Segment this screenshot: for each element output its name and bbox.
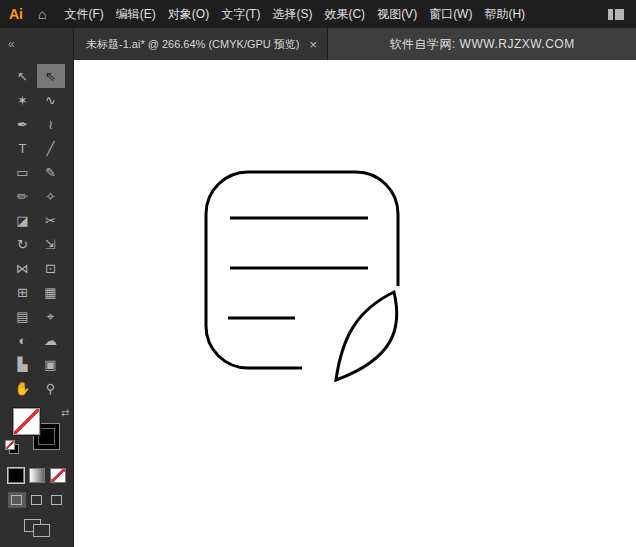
- color-button[interactable]: [8, 468, 24, 483]
- direct-selection-tool[interactable]: ⇖: [37, 64, 65, 88]
- column-graph-tool-icon: ▙: [18, 358, 28, 371]
- gradient-button[interactable]: [29, 468, 45, 483]
- menu-file[interactable]: 文件(F): [58, 6, 109, 23]
- free-transform-tool[interactable]: ⊡: [37, 256, 65, 280]
- hand-tool[interactable]: ✋: [9, 376, 37, 400]
- width-tool[interactable]: ⋈: [9, 256, 37, 280]
- shaper-tool[interactable]: ✧: [37, 184, 65, 208]
- screen-mode-button[interactable]: [24, 519, 50, 537]
- workspace-switcher-icon[interactable]: [608, 9, 624, 20]
- menubar-items: 文件(F)编辑(E)对象(O)文字(T)选择(S)效果(C)视图(V)窗口(W)…: [58, 6, 531, 23]
- mesh-tool-icon: ▦: [44, 286, 56, 299]
- toolbar-collapse-button[interactable]: «: [0, 28, 74, 60]
- canvas[interactable]: [74, 60, 636, 547]
- width-tool-icon: ⋈: [16, 262, 29, 275]
- eyedropper-tool-icon: ⌖: [47, 310, 54, 323]
- zoom-tool-icon: ⚲: [46, 382, 56, 395]
- draw-mode-buttons: [8, 492, 66, 508]
- pen-tool-icon: ✒: [17, 118, 28, 131]
- draw-inside-button[interactable]: [48, 492, 66, 508]
- document-tab[interactable]: 未标题-1.ai* @ 266.64% (CMYK/GPU 预览) ×: [74, 28, 328, 60]
- rectangle-tool-icon: ▭: [16, 166, 28, 179]
- eyedropper-tool[interactable]: ⌖: [37, 304, 65, 328]
- blend-tool-icon: ◐: [19, 334, 27, 347]
- magic-wand-tool[interactable]: ✶: [9, 88, 37, 112]
- draw-behind-button[interactable]: [28, 492, 46, 508]
- rotate-tool[interactable]: ↻: [9, 232, 37, 256]
- tab-close-icon[interactable]: ×: [310, 37, 318, 52]
- column-graph-tool[interactable]: ▙: [9, 352, 37, 376]
- page-curl-leaf[interactable]: [336, 292, 397, 380]
- scale-tool-icon: ⇲: [45, 238, 56, 251]
- curvature-tool-icon: ≀: [48, 118, 53, 131]
- hand-tool-icon: ✋: [14, 382, 30, 395]
- menu-effect[interactable]: 效果(C): [318, 6, 371, 23]
- paintbrush-tool[interactable]: ✎: [37, 160, 65, 184]
- none-button[interactable]: [50, 468, 66, 483]
- artboard-tool[interactable]: ▣: [37, 352, 65, 376]
- zoom-tool[interactable]: ⚲: [37, 376, 65, 400]
- tool-grid: ↖⇖✶∿✒≀T╱▭✎✏✧◪✂↻⇲⋈⊡⊞▦▤⌖◐☁▙▣✋⚲: [9, 64, 65, 400]
- draw-normal-button[interactable]: [8, 492, 26, 508]
- tools-panel: ↖⇖✶∿✒≀T╱▭✎✏✧◪✂↻⇲⋈⊡⊞▦▤⌖◐☁▙▣✋⚲ ⇄: [0, 60, 74, 547]
- rotate-tool-icon: ↻: [17, 238, 28, 251]
- app-logo: Ai: [0, 6, 32, 22]
- magic-wand-tool-icon: ✶: [17, 94, 28, 107]
- eraser-tool-icon: ◪: [16, 214, 28, 227]
- fill-swatch-none[interactable]: [13, 408, 40, 435]
- illustrator-window: Ai ⌂ 文件(F)编辑(E)对象(O)文字(T)选择(S)效果(C)视图(V)…: [0, 0, 636, 547]
- draw-inside-icon: [51, 495, 62, 505]
- curvature-tool[interactable]: ≀: [37, 112, 65, 136]
- pencil-tool-icon: ✏: [17, 190, 28, 203]
- type-tool[interactable]: T: [9, 136, 37, 160]
- menu-window[interactable]: 窗口(W): [423, 6, 478, 23]
- menu-object[interactable]: 对象(O): [162, 6, 215, 23]
- main-area: ↖⇖✶∿✒≀T╱▭✎✏✧◪✂↻⇲⋈⊡⊞▦▤⌖◐☁▙▣✋⚲ ⇄: [0, 60, 636, 547]
- default-fill-swatch: [5, 440, 15, 450]
- menu-select[interactable]: 选择(S): [266, 6, 318, 23]
- selection-tool-icon: ↖: [17, 70, 28, 83]
- rectangle-tool[interactable]: ▭: [9, 160, 37, 184]
- symbol-sprayer-tool-icon: ☁: [44, 334, 57, 347]
- direct-selection-tool-icon: ⇖: [45, 70, 56, 83]
- pen-tool[interactable]: ✒: [9, 112, 37, 136]
- site-banner: 软件自学网: WWW.RJZXW.COM: [328, 28, 636, 60]
- line-segment-tool[interactable]: ╱: [37, 136, 65, 160]
- fill-stroke-widget: ⇄: [0, 406, 74, 458]
- note-body[interactable]: [206, 172, 398, 368]
- swap-fill-stroke-icon[interactable]: ⇄: [61, 407, 69, 418]
- free-transform-tool-icon: ⊡: [45, 262, 56, 275]
- scale-tool[interactable]: ⇲: [37, 232, 65, 256]
- blend-tool[interactable]: ◐: [9, 328, 37, 352]
- scissors-tool-icon: ✂: [45, 214, 56, 227]
- pencil-tool[interactable]: ✏: [9, 184, 37, 208]
- type-tool-icon: T: [19, 142, 27, 155]
- menu-edit[interactable]: 编辑(E): [110, 6, 162, 23]
- lasso-tool[interactable]: ∿: [37, 88, 65, 112]
- perspective-grid-tool[interactable]: ⊞: [9, 280, 37, 304]
- tabbar: « 未标题-1.ai* @ 266.64% (CMYK/GPU 预览) × 软件…: [0, 28, 636, 60]
- menu-view[interactable]: 视图(V): [371, 6, 423, 23]
- artboard-tool-icon: ▣: [44, 358, 56, 371]
- default-fill-stroke-icon[interactable]: [5, 440, 20, 455]
- lasso-tool-icon: ∿: [45, 94, 56, 107]
- mesh-tool[interactable]: ▦: [37, 280, 65, 304]
- scissors-tool[interactable]: ✂: [37, 208, 65, 232]
- gradient-tool-icon: ▤: [16, 310, 28, 323]
- shaper-tool-icon: ✧: [45, 190, 56, 203]
- selection-tool[interactable]: ↖: [9, 64, 37, 88]
- draw-behind-icon: [31, 495, 42, 505]
- document-tab-title: 未标题-1.ai* @ 266.64% (CMYK/GPU 预览): [86, 37, 300, 52]
- menu-type[interactable]: 文字(T): [215, 6, 266, 23]
- workspace-left-pane: [608, 9, 613, 20]
- color-mode-buttons: [8, 468, 66, 483]
- artwork-svg: [74, 60, 636, 547]
- draw-normal-icon: [11, 495, 22, 505]
- gradient-tool[interactable]: ▤: [9, 304, 37, 328]
- symbol-sprayer-tool[interactable]: ☁: [37, 328, 65, 352]
- eraser-tool[interactable]: ◪: [9, 208, 37, 232]
- workspace-right-pane: [615, 9, 624, 20]
- menu-help[interactable]: 帮助(H): [478, 6, 531, 23]
- line-segment-tool-icon: ╱: [47, 142, 55, 155]
- home-icon[interactable]: ⌂: [32, 6, 58, 22]
